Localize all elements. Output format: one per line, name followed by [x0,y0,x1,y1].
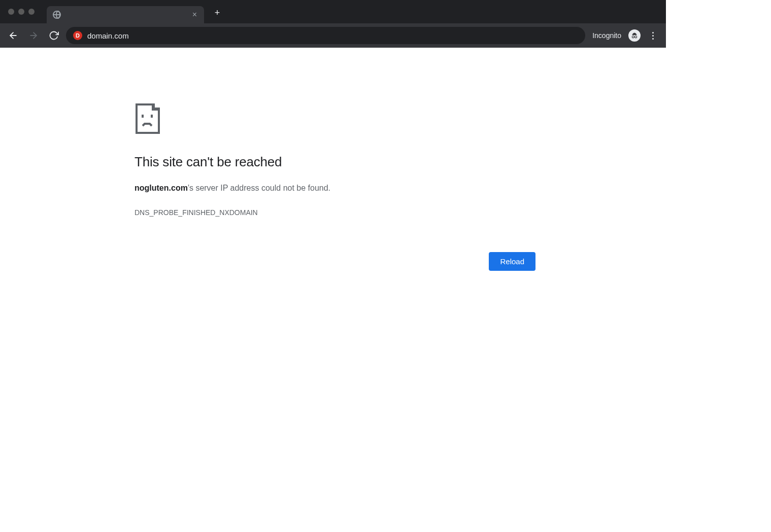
window-maximize-button[interactable] [28,9,35,15]
error-code: DNS_PROBE_FINISHED_NXDOMAIN [135,208,439,217]
browser-menu-button[interactable] [645,27,661,44]
error-domain: nogluten.com [135,184,188,192]
reload-button[interactable]: Reload [489,252,535,271]
globe-icon [53,11,61,19]
error-message-suffix: 's server IP address could not be found. [188,184,330,192]
sad-file-icon [135,103,161,134]
arrow-right-icon [28,30,39,41]
svg-point-3 [635,36,637,38]
error-title: This site can't be reached [135,154,439,170]
browser-tab[interactable]: × [47,6,204,23]
browser-toolbar: D Incognito [0,23,666,48]
address-bar[interactable]: D [66,27,585,44]
reload-row: Reload [135,252,535,271]
error-message: nogluten.com's server IP address could n… [135,182,439,194]
url-input[interactable] [87,31,578,40]
page-content: This site can't be reached nogluten.com'… [0,48,666,271]
window-controls [8,9,35,15]
svg-rect-6 [151,115,153,118]
svg-rect-5 [142,115,144,118]
window-close-button[interactable] [8,9,14,15]
site-favicon-icon: D [73,31,82,40]
back-button[interactable] [5,27,21,44]
reload-icon [49,30,59,41]
svg-point-2 [632,36,634,38]
new-tab-button[interactable]: + [210,6,224,20]
reload-nav-button[interactable] [46,27,62,44]
incognito-icon[interactable] [628,29,641,42]
browser-chrome: × + D Incognito [0,0,666,48]
incognito-label: Incognito [592,31,621,40]
incognito-glyph-icon [630,31,639,40]
window-minimize-button[interactable] [18,9,24,15]
dots-icon [652,32,654,33]
arrow-left-icon [8,30,18,41]
error-container: This site can't be reached nogluten.com'… [135,103,439,217]
tab-strip: × + [0,0,666,23]
forward-button[interactable] [25,27,42,44]
close-tab-icon[interactable]: × [191,10,198,20]
plus-icon: + [215,8,220,18]
